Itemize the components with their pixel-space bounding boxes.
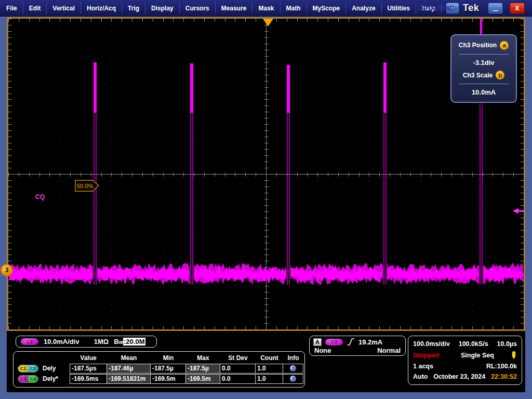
knob-readout-panel: Ch3 Position a -3.1div Ch3 Scale b 10.0m… [450,34,517,103]
record-length: RL:100.0k [486,363,517,370]
tek-logo: Tek [463,3,479,14]
menu-cursors[interactable]: Cursors [180,3,216,14]
divider [459,54,509,55]
horizontal-scale: 100.0ms/div [413,340,450,348]
divider [459,84,509,84]
dely-value: -187.5µs [70,364,107,374]
close-button[interactable]: X [510,3,525,14]
col-min: Min [151,354,186,362]
measurement-name: Dely* [43,375,58,382]
col-max: Max [186,354,220,362]
ch3-bandwidth: BW:20.0M [114,338,145,345]
menu-myscope[interactable]: MyScope [307,3,347,14]
ch3-position-value: -3.1div [456,59,512,66]
menu-trig[interactable]: Trig [122,3,145,14]
src-c4: C4 [28,376,38,382]
temperature-indicator-icon [511,351,517,360]
ch3-scale-label: Ch3 Scale [463,72,493,79]
minimize-icon: — [493,8,498,14]
menu-mask[interactable]: Mask [252,3,280,14]
date-readout: October 23, 2024 [433,373,485,380]
trigger-source-pill: C3 [325,339,343,345]
trigger-level-flag-text: 50.0% [77,183,93,189]
channel-3-ground-label: 3 [5,267,9,274]
col-info: Info [283,354,303,362]
trigger-readout[interactable]: A C3 19.2mA None Normal [309,336,406,356]
dely-stdev: 0.0 [220,364,256,374]
channel-3-ground-marker[interactable]: 3 [1,264,13,276]
time-readout: 22:30:52 [491,373,517,380]
trigger-level-arrow-icon[interactable] [513,207,524,217]
rising-edge-icon [347,338,355,346]
trigger-level-flag[interactable]: 50.0% [75,180,100,194]
dely2-count: 1.0 [256,374,283,384]
waveform-label: CQ [35,193,45,201]
src-c3: C3 [18,376,28,382]
minimize-button[interactable]: — [488,3,503,14]
dely-source-pill: C1C2 [18,365,38,373]
bw-sub: W [119,340,124,345]
dely2-value: -169.5ms [70,374,107,384]
model-watermark: DPO4054B [419,5,455,12]
dely2-max: -169.5m [186,374,220,384]
trigger-mode: Normal [377,347,401,354]
trigger-a-badge: A [313,338,322,346]
col-mean: Mean [107,354,151,362]
acquisition-state: Stopped [413,352,439,359]
ch3-scale-readout: 10.0mA/div [44,338,79,345]
menu-edit[interactable]: Edit [23,3,47,14]
acquisition-mode: Single Seq [461,352,494,359]
menu-utilities[interactable]: Utilities [382,3,416,14]
ch3-impedance: 1MΩ [94,338,109,345]
ch3-scale-value: 10.0mA [456,88,512,96]
col-count: Count [256,354,283,362]
dely2-stdev: 0.0 [220,374,256,384]
trigger-position-marker[interactable] [263,19,273,26]
table-row-dely2-label: C3C4 Dely* [16,375,70,383]
bw-prefix: B [114,338,118,345]
dely2-info[interactable]: ? [283,374,303,384]
menu-vertical[interactable]: Vertical [47,3,81,14]
info-icon: ? [290,376,296,382]
horizontal-acquisition-readout[interactable]: 100.0ms/div 100.0kS/s 10.0µs Stopped Sin… [408,336,522,385]
src-c2: C2 [28,365,38,372]
menu-math[interactable]: Math [281,3,307,14]
menu-display[interactable]: Display [145,3,180,14]
dely2-mean: -169.51831m [107,374,151,384]
src-c1: C1 [18,365,28,372]
title-bar: FileEditVerticalHoriz/AcqTrigDisplayCurs… [0,0,532,17]
menu-bar: FileEditVerticalHoriz/AcqTrigDisplayCurs… [0,0,442,17]
menu-horiz-acq[interactable]: Horiz/Acq [81,3,122,14]
info-icon: ? [290,365,296,371]
knob-b-badge[interactable]: b [496,71,504,79]
measurement-table: Value Mean Min Max St Dev Count Info C1C… [13,351,305,388]
dely2-min: -169.5m [151,374,186,384]
trigger-level-readout: 19.2mA [358,338,382,346]
waveform-display: 3 CQ 50.0% Ch3 Position a -3.1div Ch3 Sc… [7,17,525,331]
bw-value: :20.0M [123,338,145,345]
close-icon: X [515,5,519,12]
col-stdev: St Dev [220,354,256,362]
dely2-source-pill: C3C4 [18,375,38,383]
ch3-source-pill: C3 [21,338,38,345]
knob-a-badge[interactable]: a [500,41,509,50]
menu-file[interactable]: File [0,3,23,14]
dely-count: 1.0 [256,364,283,374]
dely-max: -187.5µ [186,364,220,374]
sample-rate: 100.0kS/s [459,340,488,348]
menu-measure[interactable]: Measure [216,3,253,14]
col-value: Value [70,354,107,362]
dely-info[interactable]: ? [283,364,303,374]
menu-analyze[interactable]: Analyze [346,3,381,14]
table-row-dely-label: C1C2 Dely [16,365,70,373]
ch3-vertical-readout[interactable]: C3 10.0mA/div 1MΩ BW:20.0M [16,336,157,348]
ch3-position-label: Ch3 Position [459,42,497,49]
dely-mean: -187.46µ [107,364,151,374]
sample-resolution: 10.0µs [497,340,517,348]
trigger-holdoff: None [314,347,331,354]
measurement-name: Dely [43,365,56,372]
dely-min: -187.5µ [151,364,186,374]
readout-bar: C3 10.0mA/div 1MΩ BW:20.0M Value Mean Mi… [7,331,525,392]
trigger-auto-mode: Auto [413,373,428,380]
ch3-waveform [8,19,524,329]
